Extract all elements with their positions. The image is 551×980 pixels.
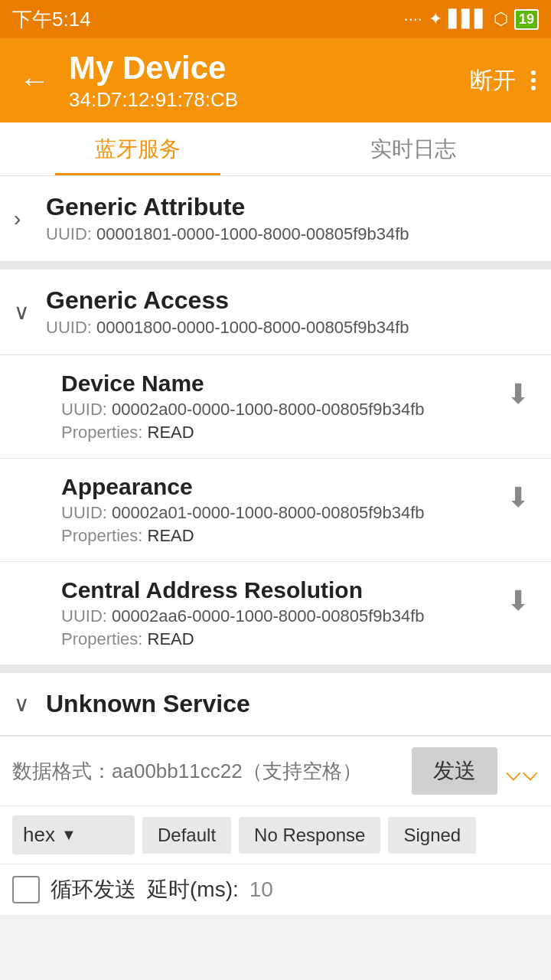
service-generic-access[interactable]: ∨ Generic Access UUID: 00001800-0000-100…	[0, 270, 551, 355]
dot1	[531, 70, 536, 75]
char-central-address: Central Address Resolution UUID: 00002aa…	[0, 562, 551, 665]
data-input[interactable]	[12, 760, 404, 783]
wifi-icon: ⬡	[494, 9, 508, 29]
service-generic-access-info: Generic Access UUID: 00001800-0000-1000-…	[46, 286, 409, 338]
status-time: 下午5:14	[12, 6, 91, 33]
bluetooth-icon: ✦	[429, 9, 442, 29]
app-bar: ← My Device 34:D7:12:91:78:CB 断开	[0, 38, 551, 122]
delay-label: 延时(ms):	[147, 875, 239, 904]
char-device-name: Device Name UUID: 00002a00-0000-1000-800…	[0, 355, 551, 459]
app-bar-title-section: My Device 34:D7:12:91:78:CB	[69, 50, 455, 112]
dot2	[531, 78, 536, 83]
tabs-bar: 蓝牙服务 实时日志	[0, 122, 551, 176]
send-button[interactable]: 发送	[412, 747, 497, 795]
loop-label: 循环发送	[51, 875, 136, 904]
bottom-bar: 发送 ⌵⌵ hex ▼ Default No Response Signed 循…	[0, 736, 551, 915]
tab-realtime-log[interactable]: 实时日志	[276, 122, 551, 175]
format-select[interactable]: hex ▼	[12, 815, 135, 854]
read-char-appearance-button[interactable]: ⬇	[500, 479, 536, 517]
chevron-down-icon: ∨	[14, 299, 30, 325]
char-appearance: Appearance UUID: 00002a01-0000-1000-8000…	[0, 459, 551, 562]
service-generic-attribute-info: Generic Attribute UUID: 00001801-0000-10…	[46, 193, 409, 244]
status-icons: ···· ✦ ▋▋▋ ⬡ 19	[404, 9, 539, 30]
app-bar-actions: 断开	[470, 65, 536, 96]
loop-row: 循环发送 延时(ms): 10	[0, 864, 551, 915]
input-row: 发送 ⌵⌵	[0, 737, 551, 806]
signed-button[interactable]: Signed	[388, 817, 476, 854]
tab-bluetooth-service[interactable]: 蓝牙服务	[0, 122, 276, 175]
disconnect-button[interactable]: 断开	[470, 65, 516, 96]
service-generic-attribute[interactable]: › Generic Attribute UUID: 00001801-0000-…	[0, 176, 551, 262]
chevron-down-icon-2: ∨	[14, 691, 30, 717]
no-response-button[interactable]: No Response	[239, 817, 380, 854]
format-value: hex	[23, 823, 55, 847]
status-bar: 下午5:14 ···· ✦ ▋▋▋ ⬡ 19	[0, 0, 551, 38]
read-char-device-name-button[interactable]: ⬇	[500, 375, 536, 413]
device-mac: 34:D7:12:91:78:CB	[69, 88, 455, 112]
chevron-right-icon: ›	[14, 207, 21, 231]
expand-button[interactable]: ⌵⌵	[505, 755, 539, 787]
char-appearance-info: Appearance UUID: 00002a01-0000-1000-8000…	[61, 474, 500, 546]
signal-dots-icon: ····	[404, 9, 422, 29]
format-row: hex ▼ Default No Response Signed	[0, 806, 551, 864]
signal-bars-icon: ▋▋▋	[448, 9, 487, 29]
device-title: My Device	[69, 50, 455, 87]
content-area: › Generic Attribute UUID: 00001801-0000-…	[0, 176, 551, 736]
read-char-central-address-button[interactable]: ⬇	[500, 582, 536, 620]
dot3	[531, 86, 536, 90]
back-button[interactable]: ←	[15, 64, 54, 98]
separator-1	[0, 262, 551, 270]
default-button[interactable]: Default	[142, 817, 231, 854]
char-device-name-info: Device Name UUID: 00002a00-0000-1000-800…	[61, 371, 500, 443]
battery-icon: 19	[514, 9, 539, 30]
char-central-address-info: Central Address Resolution UUID: 00002aa…	[61, 577, 500, 649]
delay-value: 10	[249, 877, 273, 902]
format-arrow-icon: ▼	[61, 826, 77, 844]
more-button[interactable]	[531, 70, 536, 90]
separator-2	[0, 665, 551, 673]
loop-checkbox[interactable]	[12, 876, 40, 903]
service-unknown-info: Unknown Service	[46, 690, 250, 718]
service-unknown[interactable]: ∨ Unknown Service	[0, 673, 551, 736]
